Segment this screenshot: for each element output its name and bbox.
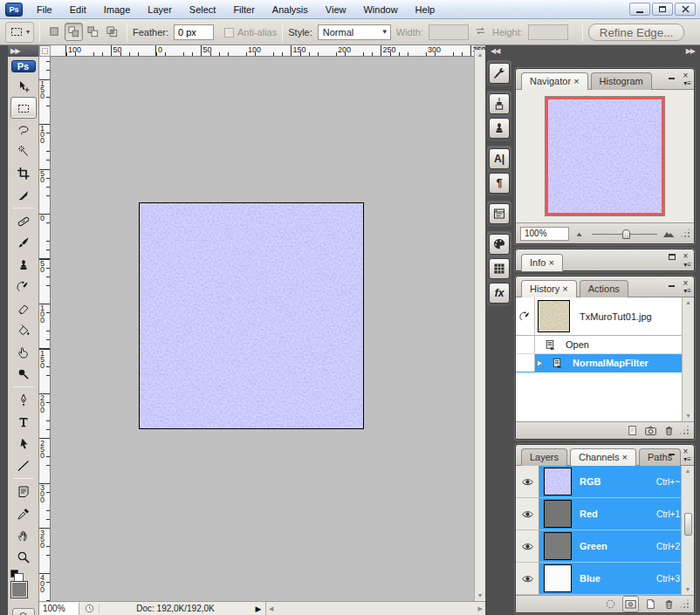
tool-history-brush[interactable] — [10, 276, 37, 297]
history-scrollbar[interactable]: ▲ ▼ — [682, 297, 694, 421]
tool-magic-wand[interactable] — [10, 140, 37, 162]
scroll-right-icon[interactable]: ▶ — [478, 605, 483, 612]
menu-select[interactable]: Select — [181, 2, 225, 17]
tool-crop[interactable] — [10, 162, 37, 184]
history-tab-history[interactable]: History × — [521, 280, 577, 297]
menu-layer[interactable]: Layer — [139, 2, 181, 17]
scroll-down-icon[interactable]: ▼ — [477, 592, 484, 599]
feather-input[interactable] — [174, 24, 214, 40]
tool-notes[interactable] — [10, 481, 37, 502]
tool-smudge[interactable] — [10, 341, 37, 363]
history-state-normalmapfilter[interactable]: NormalMapFilter — [516, 354, 694, 372]
anti-alias-checkbox-group[interactable]: Anti-alias — [224, 27, 277, 38]
collapse-dock-icon[interactable]: ◀◀ — [491, 47, 499, 55]
panel-minimize-button[interactable] — [667, 447, 676, 455]
new-selection-button[interactable] — [45, 23, 64, 41]
ruler-origin-corner[interactable] — [39, 45, 51, 57]
zoom-in-icon[interactable] — [662, 227, 676, 241]
channel-row-green[interactable]: GreenCtrl+2 — [516, 530, 694, 563]
history-tab-actions[interactable]: Actions — [580, 280, 628, 297]
panel-icon-layer-comps[interactable] — [489, 203, 510, 224]
menu-filter[interactable]: Filter — [224, 2, 263, 17]
swap-width-height-icon[interactable] — [474, 24, 487, 39]
tool-slice[interactable] — [10, 184, 37, 206]
history-brush-source-well[interactable] — [516, 297, 535, 335]
ruler-vertical[interactable]: 15010050050100150200250300350400 — [39, 57, 51, 601]
channel-row-rgb[interactable]: RGBCtrl+~ — [516, 466, 694, 498]
tool-lasso[interactable] — [10, 119, 37, 140]
history-brush-source-well[interactable] — [516, 336, 535, 353]
resize-grip[interactable] — [681, 600, 689, 608]
navigator-tab-histogram[interactable]: Histogram — [591, 72, 652, 90]
navigator-zoom-input[interactable]: 100% — [520, 227, 569, 241]
load-channel-as-selection-button[interactable] — [604, 598, 617, 611]
menu-view[interactable]: View — [317, 2, 355, 17]
channels-tab-layers[interactable]: Layers — [521, 448, 567, 466]
tool-paint-bucket[interactable] — [10, 319, 37, 341]
panel-close-button[interactable]: × — [681, 278, 690, 287]
scroll-down-icon[interactable]: ▼ — [685, 413, 691, 420]
navigator-zoom-slider[interactable] — [592, 229, 657, 239]
tool-hand[interactable] — [10, 524, 37, 546]
vertical-scrollbar[interactable]: ▲ ▼ — [474, 50, 485, 601]
panel-close-button[interactable]: × — [681, 251, 690, 260]
menu-analysis[interactable]: Analysis — [264, 2, 317, 17]
channel-row-red[interactable]: RedCtrl+1 — [516, 498, 694, 530]
minimize-button[interactable] — [629, 3, 650, 16]
tool-rectangular-marquee[interactable] — [10, 97, 37, 119]
horizontal-scrollbar[interactable]: ◀ ▶ — [265, 602, 485, 615]
tool-eyedropper[interactable] — [10, 502, 37, 524]
panel-menu-icon[interactable]: ▾≡ — [683, 261, 691, 269]
expand-panels-icon[interactable]: ▶▶ — [686, 47, 695, 55]
menu-edit[interactable]: Edit — [61, 2, 95, 17]
panel-maximize-button[interactable] — [667, 251, 676, 260]
status-clock-icon[interactable] — [79, 603, 99, 614]
channel-blue[interactable]: BlueCtrl+3 — [539, 563, 694, 595]
menu-window[interactable]: Window — [354, 2, 406, 17]
resize-grip[interactable] — [682, 229, 690, 237]
tool-dodge[interactable] — [10, 363, 37, 385]
scroll-left-icon[interactable]: ◀ — [269, 605, 273, 612]
panel-minimize-button[interactable] — [667, 278, 676, 287]
tool-eraser[interactable] — [10, 297, 37, 319]
anti-alias-checkbox[interactable] — [224, 28, 234, 38]
delete-state-button[interactable] — [662, 424, 676, 437]
visibility-toggle-red[interactable] — [516, 498, 539, 530]
tool-healing-brush[interactable] — [10, 210, 37, 232]
new-snapshot-button[interactable] — [644, 424, 657, 437]
status-zoom-input[interactable]: 100% — [39, 603, 79, 615]
panel-icon-paragraph[interactable]: ¶ — [489, 173, 510, 194]
history-snapshot-row[interactable]: TxMuroTut01.jpg — [516, 297, 694, 336]
history-state-open[interactable]: Open — [516, 336, 694, 354]
tool-move[interactable] — [10, 75, 37, 97]
menu-image[interactable]: Image — [95, 2, 140, 17]
subtract-from-selection-button[interactable] — [84, 23, 102, 41]
tool-type[interactable] — [10, 411, 37, 433]
panel-close-button[interactable]: × — [681, 71, 690, 79]
channel-row-blue[interactable]: BlueCtrl+3 — [516, 563, 694, 595]
panel-minimize-button[interactable] — [667, 71, 676, 79]
scroll-up-icon[interactable]: ▲ — [685, 299, 691, 306]
tool-zoom[interactable] — [10, 546, 37, 568]
panel-icon-color[interactable] — [489, 234, 510, 255]
canvas-work-area[interactable] — [51, 57, 474, 601]
channels-tab-channels[interactable]: Channels × — [570, 448, 636, 466]
new-channel-button[interactable] — [644, 598, 657, 611]
add-to-selection-button[interactable] — [65, 23, 83, 41]
scroll-up-icon[interactable]: ▲ — [685, 468, 691, 475]
visibility-toggle-green[interactable] — [516, 530, 539, 563]
default-colors-icon[interactable] — [10, 570, 18, 577]
menu-help[interactable]: Help — [407, 2, 444, 17]
channel-green[interactable]: GreenCtrl+2 — [539, 530, 694, 563]
restore-button[interactable] — [652, 3, 673, 16]
panel-icon-clone-source[interactable] — [489, 118, 510, 139]
tool-pen[interactable] — [10, 389, 37, 411]
navigator-proxy-view[interactable] — [546, 97, 664, 215]
zoom-out-icon[interactable] — [574, 228, 587, 240]
menu-file[interactable]: File — [28, 2, 61, 17]
panel-menu-icon[interactable]: ▾≡ — [683, 79, 691, 87]
document-image-normal-map[interactable] — [139, 202, 364, 429]
toolbox-collapse-header[interactable]: ▶▶ — [8, 45, 38, 57]
tool-line[interactable] — [10, 454, 37, 476]
panel-icon-swatches[interactable] — [489, 258, 510, 279]
